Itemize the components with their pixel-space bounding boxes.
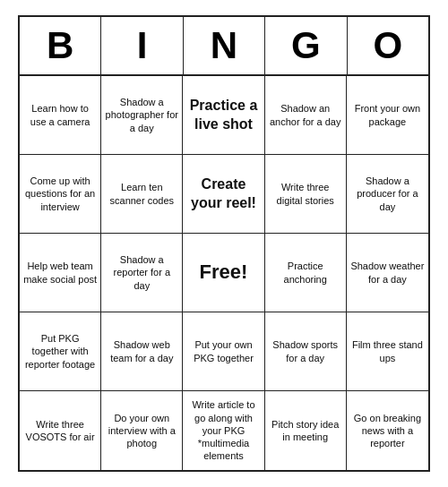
bingo-cell[interactable]: Free! [183, 234, 264, 312]
bingo-cell[interactable]: Shadow a reporter for a day [101, 234, 183, 312]
header-letter: I [101, 17, 183, 74]
bingo-header: BINGO [20, 17, 428, 76]
bingo-cell[interactable]: Come up with questions for an interview [20, 155, 101, 234]
bingo-cell[interactable]: Shadow an anchor for a day [265, 76, 347, 155]
bingo-cell[interactable]: Shadow a photographer for a day [101, 76, 183, 155]
bingo-cell[interactable]: Put PKG together with reporter footage [20, 312, 101, 391]
bingo-cell[interactable]: Learn ten scanner codes [101, 155, 183, 234]
bingo-cell[interactable]: Do your own interview with a photog [101, 391, 183, 470]
bingo-cell[interactable]: Shadow web team for a day [101, 312, 183, 391]
bingo-cell[interactable]: Go on breaking news with a reporter [347, 391, 428, 470]
bingo-card: BINGO Learn how to use a cameraShadow a … [18, 15, 430, 472]
bingo-cell[interactable]: Film three stand ups [347, 312, 428, 391]
bingo-cell[interactable]: Help web team make social post [20, 234, 101, 312]
bingo-cell[interactable]: Pitch story idea in meeting [265, 391, 347, 470]
header-letter: G [265, 17, 347, 74]
bingo-cell[interactable]: Practice anchoring [265, 234, 347, 312]
bingo-cell[interactable]: Learn how to use a camera [20, 76, 101, 155]
bingo-cell[interactable]: Front your own package [347, 76, 428, 155]
bingo-cell[interactable]: Shadow weather for a day [347, 234, 428, 312]
bingo-cell[interactable]: Write three digital stories [265, 155, 347, 234]
header-letter: N [184, 17, 265, 74]
bingo-cell[interactable]: Shadow sports for a day [265, 312, 347, 391]
bingo-grid: Learn how to use a cameraShadow a photog… [20, 76, 428, 470]
bingo-cell[interactable]: Shadow a producer for a day [347, 155, 428, 234]
bingo-cell[interactable]: Put your own PKG together [183, 312, 264, 391]
header-letter: B [20, 17, 101, 74]
bingo-cell[interactable]: Write article to go along with your PKG … [183, 391, 264, 470]
bingo-cell[interactable]: Create your reel! [183, 155, 264, 234]
bingo-cell[interactable]: Practice a live shot [183, 76, 264, 155]
bingo-cell[interactable]: Write three VOSOTS for air [20, 391, 101, 470]
header-letter: O [348, 17, 428, 74]
